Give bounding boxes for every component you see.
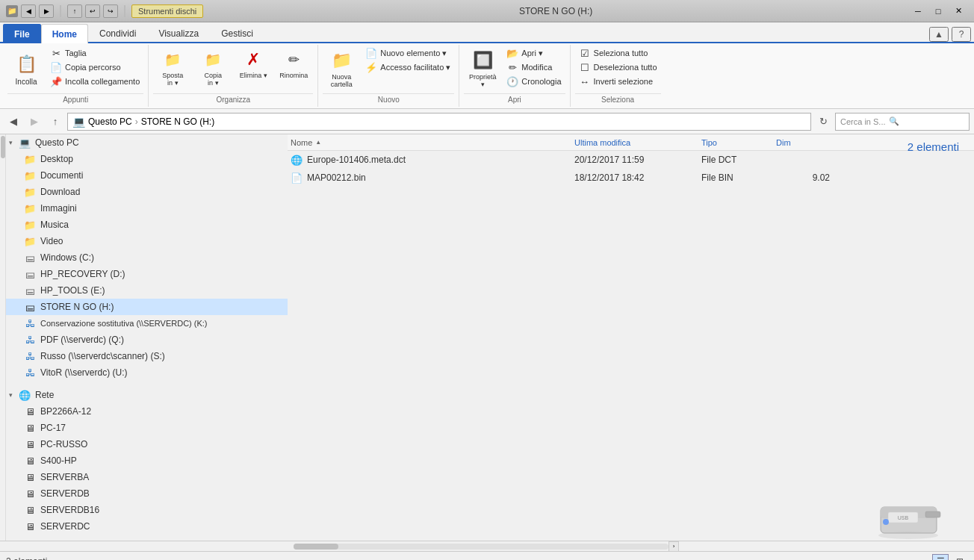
rename-button[interactable]: ✏ Rinomina bbox=[274, 46, 313, 91]
up-button[interactable]: ↑ bbox=[46, 113, 64, 131]
scrollbar-track bbox=[294, 544, 669, 550]
cut-button[interactable]: ✂ Taglia bbox=[46, 46, 143, 60]
address-bar: ◀ ▶ ↑ 💻 Questo PC › STORE N GO (H:) ↻ Ce… bbox=[0, 109, 974, 134]
sidebar-item-s400hp[interactable]: 🖥 S400-HP bbox=[6, 452, 288, 469]
deselect-all-button[interactable]: ☐ Deseleziona tutto bbox=[575, 60, 661, 74]
sidebar-item-serverdb[interactable]: 🖥 SERVERDB bbox=[6, 485, 288, 502]
refresh-button[interactable]: ↻ bbox=[814, 113, 832, 131]
ribbon-group-apri: 🔲 Proprietà ▾ 📂 Apri ▾ ✏ Modifica 🕐 Cron… bbox=[459, 45, 570, 107]
sidebar-item-pc-russo[interactable]: 🖥 PC-RUSSO bbox=[6, 436, 288, 452]
tab-visualizza[interactable]: Visualizza bbox=[147, 24, 210, 42]
ribbon-group-organizza: 📁 Spostain ▾ 📁 Copiain ▾ ✗ Elimina ▾ ✏ R… bbox=[149, 45, 318, 107]
sidebar-item-windows-c[interactable]: 🖴 Windows (C:) bbox=[6, 249, 288, 266]
sidebar-scrollbar[interactable] bbox=[0, 134, 6, 541]
edit-icon: ✏ bbox=[506, 61, 518, 73]
table-row[interactable]: 🌐 Europe-101406.meta.dct 20/12/2017 11:5… bbox=[288, 151, 974, 169]
svg-point-6 bbox=[878, 532, 938, 539]
select-all-button[interactable]: ☑ Seleziona tutto bbox=[575, 46, 661, 60]
sidebar-item-documenti[interactable]: 📁 Documenti bbox=[6, 167, 288, 184]
search-box[interactable]: Cerca in S... 🔍 bbox=[835, 113, 970, 131]
ribbon-toolbar: 📋 Incolla ✂ Taglia 📄 Copia percorso 📌 In… bbox=[0, 43, 974, 109]
file-date-2: 18/12/2017 18:42 bbox=[574, 172, 701, 183]
network-drive-icon: 🖧 bbox=[24, 317, 36, 329]
tab-file[interactable]: File bbox=[3, 24, 41, 43]
sidebar-item-immagini[interactable]: 📁 Immagini bbox=[6, 200, 288, 217]
view-controls: ☰ ⊞ bbox=[932, 554, 968, 561]
sidebar-item-desktop[interactable]: 📁 Desktop bbox=[6, 151, 288, 167]
sidebar-item-vitor[interactable]: 🖧 VitoR (\\serverdc) (U:) bbox=[6, 364, 288, 381]
invert-selection-button[interactable]: ↔ Inverti selezione bbox=[575, 75, 661, 88]
col-date[interactable]: Ultima modifica bbox=[574, 138, 701, 147]
col-type[interactable]: Tipo bbox=[701, 138, 776, 147]
folder-icon: 📁 bbox=[24, 186, 36, 198]
sidebar-item-store-n-go[interactable]: 🖴 STORE N GO (H:) bbox=[6, 299, 288, 315]
horizontal-scrollbar[interactable]: › bbox=[0, 541, 974, 551]
ribbon-collapse-button[interactable]: ? bbox=[952, 27, 971, 42]
sidebar-item-questo-pc[interactable]: ▾ 💻 Questo PC bbox=[6, 134, 288, 151]
sidebar-item-bp2266a[interactable]: 🖥 BP2266A-12 bbox=[6, 403, 288, 420]
minimize-button[interactable]: ─ bbox=[908, 4, 928, 19]
sidebar-item-serverba[interactable]: 🖥 SERVERBA bbox=[6, 469, 288, 485]
properties-button[interactable]: 🔲 Proprietà ▾ bbox=[464, 46, 501, 91]
quick-access-undo[interactable]: ↩ bbox=[85, 4, 100, 18]
maximize-button[interactable]: □ bbox=[928, 4, 948, 19]
table-row[interactable]: 📄 MAP00212.bin 18/12/2017 18:42 File BIN… bbox=[288, 169, 974, 187]
quick-access-up[interactable]: ↑ bbox=[67, 4, 82, 18]
easy-access-button[interactable]: ⚡ Accesso facilitato ▾ bbox=[362, 60, 454, 74]
folder-icon: 📁 bbox=[24, 169, 36, 181]
copy-to-button[interactable]: 📁 Copiain ▾ bbox=[193, 46, 232, 91]
col-size[interactable]: Dim bbox=[776, 138, 836, 147]
close-button[interactable]: ✕ bbox=[949, 4, 968, 19]
new-folder-button[interactable]: 📁 Nuovacartella bbox=[323, 46, 360, 91]
new-folder-icon: 📁 bbox=[329, 49, 353, 72]
help-button[interactable]: ▲ bbox=[929, 27, 949, 42]
back-button[interactable]: ◀ bbox=[4, 113, 22, 131]
quick-access-back[interactable]: ◀ bbox=[21, 4, 36, 18]
copy-path-button[interactable]: 📄 Copia percorso bbox=[46, 60, 143, 74]
view-icons-button[interactable]: ⊞ bbox=[952, 554, 968, 561]
quick-access-redo[interactable]: ↪ bbox=[103, 4, 118, 18]
sidebar-item-hp-recovery[interactable]: 🖴 HP_RECOVERY (D:) bbox=[6, 266, 288, 282]
open-button[interactable]: 📂 Apri ▾ bbox=[503, 46, 565, 60]
sidebar-item-pc17[interactable]: 🖥 PC-17 bbox=[6, 420, 288, 436]
scroll-right-button[interactable]: › bbox=[669, 541, 679, 552]
sidebar-item-russo[interactable]: 🖧 Russo (\\serverdc\scanner) (S:) bbox=[6, 348, 288, 364]
history-button[interactable]: 🕐 Cronologia bbox=[503, 75, 565, 88]
item-count-badge: 2 elementi bbox=[908, 140, 959, 153]
delete-button[interactable]: ✗ Elimina ▾ bbox=[234, 46, 273, 91]
status-item-count: 2 elementi bbox=[6, 556, 47, 561]
tab-condividi[interactable]: Condividi bbox=[88, 24, 147, 42]
computer-icon: 🖥 bbox=[24, 405, 36, 417]
move-to-button[interactable]: 📁 Spostain ▾ bbox=[153, 46, 192, 91]
computer-icon: 🖥 bbox=[24, 422, 36, 434]
computer-icon: 💻 bbox=[19, 137, 31, 149]
address-path[interactable]: 💻 Questo PC › STORE N GO (H:) bbox=[67, 113, 811, 131]
new-item-button[interactable]: 📄 Nuovo elemento ▾ bbox=[362, 46, 454, 60]
tab-home[interactable]: Home bbox=[41, 24, 88, 43]
quick-access-forward[interactable]: ▶ bbox=[39, 4, 54, 18]
file-icon-bin: 📄 bbox=[291, 172, 303, 184]
sidebar-item-rete[interactable]: ▾ 🌐 Rete bbox=[6, 387, 288, 403]
sidebar-item-pdf[interactable]: 🖧 PDF (\\serverdc) (Q:) bbox=[6, 332, 288, 348]
sidebar-item-conservazione[interactable]: 🖧 Conservazione sostitutiva (\\SERVERDC)… bbox=[6, 315, 288, 332]
view-details-button[interactable]: ☰ bbox=[932, 554, 949, 561]
file-name-2: 📄 MAP00212.bin bbox=[291, 172, 574, 184]
drive-image: USB bbox=[877, 492, 944, 541]
edit-button[interactable]: ✏ Modifica bbox=[503, 60, 565, 74]
tab-gestisci[interactable]: Gestisci bbox=[210, 24, 264, 42]
sidebar-item-serverdc[interactable]: 🖥 SERVERDC bbox=[6, 518, 288, 535]
forward-button[interactable]: ▶ bbox=[25, 113, 43, 131]
sidebar-item-serverdb16[interactable]: 🖥 SERVERDB16 bbox=[6, 502, 288, 518]
apri-stack: 📂 Apri ▾ ✏ Modifica 🕐 Cronologia bbox=[503, 46, 565, 88]
paste-shortcut-icon: 📌 bbox=[50, 75, 62, 87]
sidebar-item-musica[interactable]: 📁 Musica bbox=[6, 217, 288, 233]
sidebar-item-download[interactable]: 📁 Download bbox=[6, 184, 288, 200]
sidebar-item-hp-tools[interactable]: 🖴 HP_TOOLS (E:) bbox=[6, 282, 288, 299]
sidebar-item-video[interactable]: 📁 Video bbox=[6, 233, 288, 249]
paste-button[interactable]: 📋 Incolla bbox=[7, 46, 45, 91]
paste-shortcut-button[interactable]: 📌 Incolla collegamento bbox=[46, 75, 143, 88]
col-name[interactable]: Nome ▲ bbox=[291, 138, 574, 147]
copy-to-icon: 📁 bbox=[202, 49, 223, 70]
ribbon-group-appunti: 📋 Incolla ✂ Taglia 📄 Copia percorso 📌 In… bbox=[3, 45, 149, 107]
network-drive-icon: 🖧 bbox=[24, 334, 36, 346]
